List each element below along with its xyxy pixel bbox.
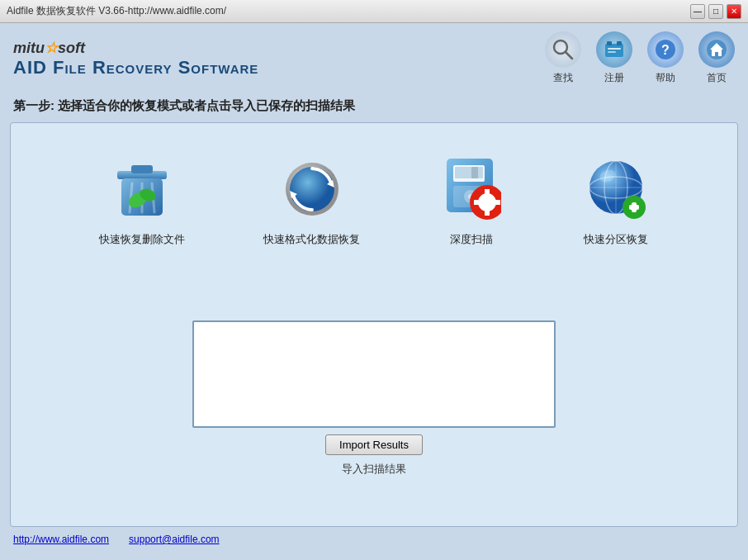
register-label: 注册 xyxy=(604,71,624,85)
import-results-button[interactable]: Import Results xyxy=(325,434,423,455)
home-icon xyxy=(698,31,735,68)
svg-rect-6 xyxy=(608,51,616,53)
svg-rect-2 xyxy=(605,44,623,57)
help-label: 帮助 xyxy=(656,71,675,85)
mode-recycle[interactable]: 快速恢复删除文件 xyxy=(99,156,185,247)
svg-point-20 xyxy=(290,167,334,211)
svg-text:?: ? xyxy=(661,43,670,57)
svg-rect-3 xyxy=(607,41,612,45)
website-link[interactable]: http://www.aidfile.com xyxy=(13,534,109,545)
format-icon xyxy=(279,156,345,222)
toolbar-home[interactable]: 首页 xyxy=(698,31,735,85)
mode-deep-label: 深度扫描 xyxy=(450,232,493,247)
svg-rect-4 xyxy=(617,41,622,45)
minimize-button[interactable]: — xyxy=(690,4,705,19)
partition-icon xyxy=(583,156,649,222)
mode-partition[interactable]: 快速分区恢复 xyxy=(583,156,649,247)
svg-rect-42 xyxy=(632,202,637,212)
toolbar-help[interactable]: ? 帮助 xyxy=(647,31,684,85)
header: mitu☆soft AID File Recovery Software 查找 xyxy=(0,23,748,93)
window-controls: — □ ✕ xyxy=(690,4,741,19)
search-icon xyxy=(545,31,581,68)
help-icon: ? xyxy=(647,31,684,68)
main-area: 快速恢复删除文件 xyxy=(10,122,738,527)
mitu-logo: mitu☆soft xyxy=(13,39,85,57)
toolbar: 查找 注册 ? 帮助 xyxy=(545,31,735,85)
recycle-icon xyxy=(109,156,175,222)
svg-rect-12 xyxy=(131,165,153,173)
window-title: Aidfile 数据恢复软件 V3.66-http://www.aidfile.… xyxy=(7,4,226,18)
mode-format-label: 快速格式化数据恢复 xyxy=(263,232,360,247)
maximize-button[interactable]: □ xyxy=(708,4,723,19)
toolbar-search[interactable]: 查找 xyxy=(545,31,581,85)
deep-scan-icon xyxy=(438,156,504,222)
import-results-label: 导入扫描结果 xyxy=(342,462,406,477)
footer: http://www.aidfile.com support@aidfile.c… xyxy=(0,527,748,552)
svg-rect-33 xyxy=(485,189,490,216)
mode-format[interactable]: 快速格式化数据恢复 xyxy=(263,156,360,247)
logo-area: mitu☆soft AID File Recovery Software xyxy=(13,39,258,78)
toolbar-register[interactable]: 注册 xyxy=(596,31,632,85)
search-label: 查找 xyxy=(553,71,573,85)
mode-recycle-label: 快速恢复删除文件 xyxy=(99,232,185,247)
import-section: Import Results 导入扫描结果 xyxy=(192,320,556,477)
close-button[interactable]: ✕ xyxy=(727,4,741,19)
support-email-link[interactable]: support@aidfile.com xyxy=(129,534,220,545)
mode-deep[interactable]: 深度扫描 xyxy=(438,156,504,247)
mode-icons: 快速恢复删除文件 xyxy=(27,140,721,263)
mode-partition-label: 快速分区恢复 xyxy=(584,232,648,247)
logo-top: mitu☆soft xyxy=(13,39,258,57)
home-label: 首页 xyxy=(707,71,727,85)
svg-rect-25 xyxy=(455,167,483,178)
register-icon xyxy=(596,31,632,68)
app-title: AID File Recovery Software xyxy=(13,57,258,78)
step-text: 第一步: 选择适合你的恢复模式或者点击导入已保存的扫描结果 xyxy=(0,93,748,122)
svg-rect-5 xyxy=(608,48,621,50)
svg-rect-26 xyxy=(471,167,478,178)
svg-line-1 xyxy=(566,52,572,59)
title-bar: Aidfile 数据恢复软件 V3.66-http://www.aidfile.… xyxy=(0,0,748,23)
import-results-box xyxy=(192,320,556,428)
